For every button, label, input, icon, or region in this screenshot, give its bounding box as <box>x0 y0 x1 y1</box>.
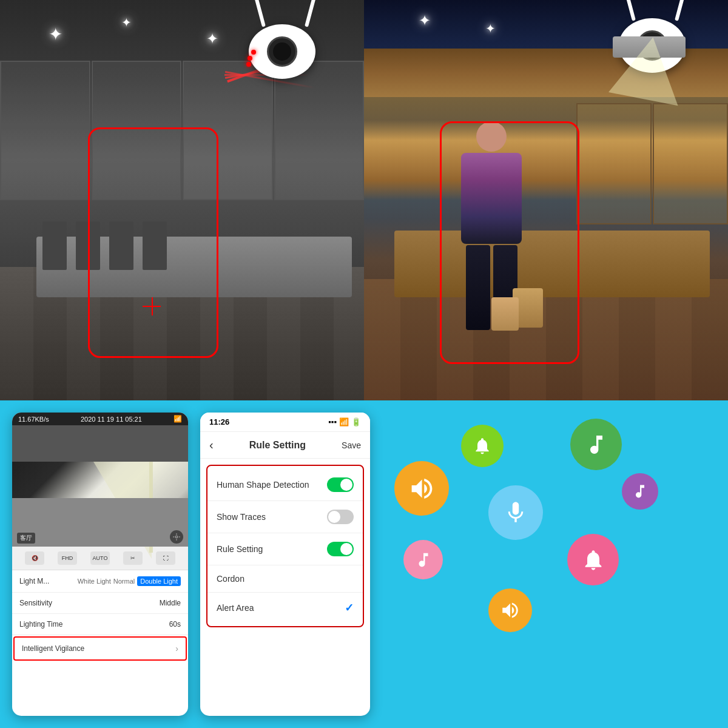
icon-bubble-speaker-yellow[interactable] <box>394 461 449 516</box>
intelligent-vigilance-label: Intelligent Vigilance <box>22 644 84 653</box>
detection-box-left <box>88 127 218 358</box>
human-shape-toggle[interactable] <box>327 477 354 492</box>
rule-setting-label: Rule Setting <box>217 544 263 554</box>
starburst-light-3: ✦ <box>206 30 218 47</box>
rule-header: ‹ Rule Setting Save <box>200 432 370 459</box>
icon-bubble-music-green[interactable] <box>570 419 622 470</box>
cross-h <box>143 306 161 307</box>
status-icons: ▪▪▪ 📶 🔋 <box>328 417 361 426</box>
speed-label: 11.67KB/s <box>18 416 49 423</box>
icon-bubble-siren-pink[interactable] <box>567 534 619 585</box>
rule-list: Human Shape Detection Show Traces Rule S… <box>206 465 364 627</box>
fhd-btn[interactable]: FHD <box>58 551 77 565</box>
detection-box-right <box>440 121 579 364</box>
double-light-opt[interactable]: Double Light <box>137 576 181 586</box>
vigilance-chevron: › <box>175 644 178 653</box>
lighting-time-label: Lighting Time <box>19 620 62 629</box>
red-led-2 <box>248 56 252 61</box>
starburst-right-2: ✦ <box>485 21 496 36</box>
phone-right: 11:26 ▪▪▪ 📶 🔋 ‹ Rule Setting Save Human … <box>200 413 370 716</box>
rule-title: Rule Setting <box>249 440 306 451</box>
rule-status-bar: 11:26 ▪▪▪ 📶 🔋 <box>200 413 370 432</box>
rule-setting-toggle[interactable] <box>327 542 354 556</box>
mute-btn[interactable]: 🔇 <box>25 551 44 565</box>
red-led-1 <box>251 50 256 55</box>
phone-status-bar-left: 11.67KB/s 2020 11 19 11 05:21 📶 <box>12 413 188 425</box>
camera-lens-left <box>267 36 297 67</box>
light-mode-options: White Light Normal Double Light <box>78 576 181 586</box>
back-button[interactable]: ‹ <box>209 438 214 452</box>
intelligent-vigilance-row[interactable]: Intelligent Vigilance › <box>13 636 187 661</box>
rule-time: 11:26 <box>209 417 229 426</box>
rule-setting-row: Rule Setting <box>207 533 363 565</box>
camera-device-left <box>243 18 328 91</box>
svg-point-0 <box>175 536 178 538</box>
starburst-right-1: ✦ <box>419 12 431 29</box>
icon-bubble-bell-green[interactable] <box>461 425 504 467</box>
lighting-time-row: Lighting Time 60s <box>12 614 188 635</box>
camera-floor <box>12 498 188 547</box>
icon-bubble-music-pink[interactable] <box>403 540 443 579</box>
top-section: ✦ ✦ ✦ <box>0 0 728 400</box>
timestamp-label: 2020 11 19 11 05:21 <box>81 416 142 423</box>
expand-btn[interactable]: ⛶ <box>156 551 175 565</box>
camera-panel-left: ✦ ✦ ✦ <box>0 0 364 400</box>
red-led-3 <box>246 62 251 67</box>
cordon-row: Cordon <box>207 565 363 593</box>
save-button[interactable]: Save <box>342 440 361 450</box>
right-windows <box>576 103 728 224</box>
camera-panel-right: ✦ ✦ <box>364 0 728 400</box>
human-shape-row: Human Shape Detection <box>207 469 363 501</box>
icon-bubble-mic-blue[interactable] <box>488 485 543 540</box>
normal-opt[interactable]: Normal <box>113 578 135 585</box>
camera-lens-inner-left <box>273 42 291 61</box>
camera-body-left <box>249 24 315 79</box>
starburst-light-1: ✦ <box>49 24 62 44</box>
signal-icon: ▪▪▪ <box>328 417 337 426</box>
sensitivity-label: Sensitivity <box>19 599 52 607</box>
room-label: 客厅 <box>17 533 35 544</box>
cordon-label: Cordon <box>217 574 244 584</box>
alert-area-row: Alert Area ✓ <box>207 593 363 623</box>
alert-area-label: Alert Area <box>217 603 254 613</box>
wifi-icon-left: 📶 <box>174 415 182 423</box>
battery-icon: 🔋 <box>351 417 361 426</box>
icon-bubble-music-purple[interactable] <box>622 473 658 510</box>
wifi-icon-right: 📶 <box>339 417 349 426</box>
phone-left: 11.67KB/s 2020 11 19 11 05:21 📶 客厅 🔇 FHD… <box>12 413 188 716</box>
camera-device-right <box>613 12 698 85</box>
human-shape-label: Human Shape Detection <box>217 480 309 490</box>
phone-settings: Light M... White Light Normal Double Lig… <box>12 570 188 661</box>
nav-icon <box>170 530 183 544</box>
lighting-time-value: 60s <box>169 620 181 629</box>
camera-ceiling <box>12 425 188 462</box>
starburst-light-2: ✦ <box>121 15 132 30</box>
stool1 <box>42 221 67 270</box>
camera-view: 客厅 <box>12 425 188 547</box>
light-mode-row: Light M... White Light Normal Double Lig… <box>12 570 188 593</box>
sensitivity-value: Middle <box>160 599 181 607</box>
sensitivity-row: Sensitivity Middle <box>12 593 188 614</box>
alert-area-check: ✓ <box>345 601 354 615</box>
icon-bubble-speaker-yellow2[interactable] <box>488 588 532 632</box>
icons-area <box>382 413 716 716</box>
show-traces-toggle[interactable] <box>327 510 354 524</box>
bottom-section: 11.67KB/s 2020 11 19 11 05:21 📶 客厅 🔇 FHD… <box>0 400 728 728</box>
white-light-opt[interactable]: White Light <box>78 578 111 585</box>
show-traces-row: Show Traces <box>207 501 363 533</box>
show-traces-label: Show Traces <box>217 512 266 522</box>
light-mode-label: Light M... <box>19 577 49 585</box>
